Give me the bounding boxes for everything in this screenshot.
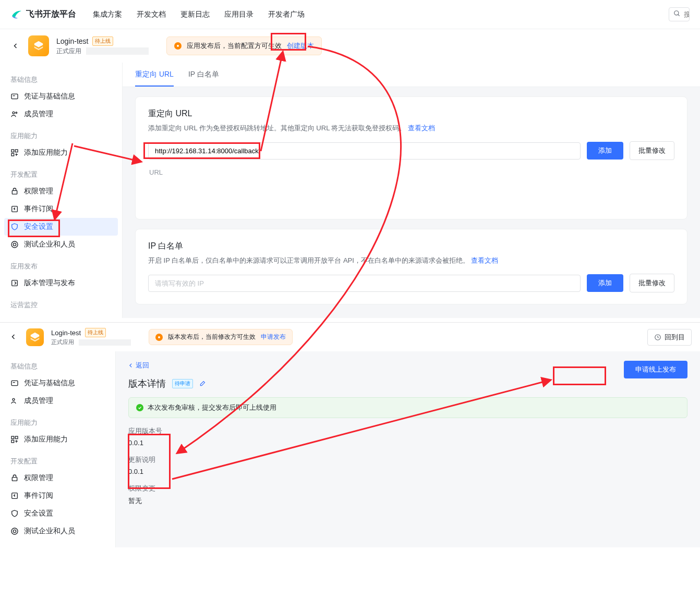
side-group-title: 基础信息 <box>4 72 118 88</box>
sidebar-item-test-tenant[interactable]: 测试企业和人员 <box>4 522 111 540</box>
tab-redirect-url[interactable]: 重定向 URL <box>135 70 174 87</box>
sidebar-item-label: 权限管理 <box>24 473 53 483</box>
review-free-banner: 本次发布免审核，提交发布后即可上线使用 <box>128 397 687 418</box>
sidebar-item-permissions[interactable]: 权限管理 <box>4 182 118 200</box>
sidebar-item-add-capability[interactable]: 添加应用能力 <box>4 431 111 448</box>
svg-point-30 <box>11 528 18 534</box>
app-subtype: 正式应用 <box>51 339 74 345</box>
notice-bar: 应用发布后，当前配置方可生效 创建版本 <box>166 36 322 55</box>
create-version-link[interactable]: 创建版本 <box>287 41 314 51</box>
app-status-badge: 待上线 <box>92 36 113 46</box>
card-desc-text: 开启 IP 白名单后，仅白名单中的来源请求可以正常调用开放平台 API，不在白名… <box>148 256 469 264</box>
nav-link[interactable]: 更新日志 <box>180 10 210 19</box>
sidebar-item-label: 成员管理 <box>24 109 53 119</box>
app-subtype: 正式应用 <box>56 47 81 55</box>
svg-rect-20 <box>11 381 18 385</box>
svg-rect-11 <box>12 191 17 194</box>
app-id-redacted <box>86 47 149 55</box>
add-redirect-button[interactable]: 添加 <box>587 142 623 160</box>
sidebar-item-security[interactable]: 安全设置 <box>4 218 118 236</box>
back-button[interactable] <box>8 332 19 342</box>
sidebar-item-label: 事件订阅 <box>24 491 53 500</box>
svg-rect-2 <box>11 94 18 99</box>
field-value-perm: 暂无 <box>128 496 687 506</box>
sidebar-item-label: 成员管理 <box>24 396 53 406</box>
sidebar-item-permissions[interactable]: 权限管理 <box>4 469 111 487</box>
sidebar-item-label: 安全设置 <box>24 509 53 518</box>
side-group-title: 开发配置 <box>4 167 118 182</box>
warning-icon <box>174 42 182 50</box>
sidebar-item-add-capability[interactable]: 添加应用能力 <box>4 144 118 162</box>
svg-point-13 <box>11 241 18 248</box>
screenshot-1: 飞书开放平台 集成方案 开发文档 更新日志 应用目录 开发者广场 <box>0 0 700 318</box>
sidebar-item-security[interactable]: 安全设置 <box>4 505 111 522</box>
back-link-label: 返回 <box>136 361 149 370</box>
ip-input[interactable] <box>148 275 581 292</box>
sidebar-item-events[interactable]: 事件订阅 <box>4 200 118 218</box>
app-icon <box>28 35 49 56</box>
apply-online-publish-button[interactable]: 申请线上发布 <box>624 361 687 378</box>
sidebar-item-test-tenant[interactable]: 测试企业和人员 <box>4 236 118 253</box>
sidebar-item-members[interactable]: 成员管理 <box>4 392 111 410</box>
card-title: IP 白名单 <box>148 241 674 252</box>
search-input[interactable] <box>684 10 690 18</box>
view-docs-link[interactable]: 查看文档 <box>408 124 435 132</box>
side-group-title: 开发配置 <box>4 454 111 469</box>
svg-point-0 <box>674 11 679 15</box>
chevron-left-icon <box>128 363 134 368</box>
notice-text: 应用发布后，当前配置方可生效 <box>187 41 282 51</box>
svg-point-4 <box>13 112 15 114</box>
edit-icon[interactable] <box>199 380 207 388</box>
back-to-versions-button[interactable]: 回到目 <box>647 329 692 346</box>
sidebar: 基础信息 凭证与基础信息 成员管理 应用能力 添加应用能力 开发配置 权限管理 <box>0 63 123 318</box>
sidebar-item-label: 测试企业和人员 <box>24 240 75 249</box>
svg-point-5 <box>16 112 17 114</box>
tab-ip-whitelist[interactable]: IP 白名单 <box>188 70 219 87</box>
app-id-redacted <box>79 339 131 346</box>
side-group-title: 基础信息 <box>4 359 111 374</box>
card-redirect-url: 重定向 URL 添加重定向 URL 作为免登授权码跳转地址。其他重定向 URL … <box>135 96 687 219</box>
svg-rect-23 <box>11 436 14 439</box>
svg-point-22 <box>13 398 15 400</box>
field-value-version: 0.0.1 <box>128 439 687 447</box>
search-box[interactable] <box>669 7 690 21</box>
sidebar-item-label: 版本管理与发布 <box>24 278 75 288</box>
add-ip-button[interactable]: 添加 <box>587 274 623 292</box>
card-ip-whitelist: IP 白名单 开启 IP 白名单后，仅白名单中的来源请求可以正常调用开放平台 A… <box>135 229 687 304</box>
sidebar-item-members[interactable]: 成员管理 <box>4 105 118 123</box>
nav-link[interactable]: 应用目录 <box>224 10 254 19</box>
redirect-url-input[interactable] <box>148 142 581 160</box>
top-nav: 飞书开放平台 集成方案 开发文档 更新日志 应用目录 开发者广场 <box>0 0 700 29</box>
side-group-title: 应用发布 <box>4 259 118 274</box>
brand[interactable]: 飞书开放平台 <box>10 8 76 21</box>
sidebar: 基础信息 凭证与基础信息 成员管理 应用能力 添加应用能力 开发配置 权限管理 <box>0 351 116 547</box>
side-group-title: 应用能力 <box>4 128 118 144</box>
brand-name: 飞书开放平台 <box>26 9 76 20</box>
app-name: Login-test <box>56 37 88 45</box>
sidebar-item-version-release[interactable]: 版本管理与发布 <box>4 274 118 292</box>
apply-publish-link[interactable]: 申请发布 <box>261 333 286 341</box>
sidebar-item-credentials[interactable]: 凭证与基础信息 <box>4 88 118 105</box>
nav-link[interactable]: 开发者广场 <box>268 10 305 19</box>
notice-text: 版本发布后，当前修改方可生效 <box>168 333 256 341</box>
batch-edit-button[interactable]: 批量修改 <box>630 141 674 160</box>
nav-link[interactable]: 开发文档 <box>137 10 166 19</box>
nav-link[interactable]: 集成方案 <box>93 10 122 19</box>
back-link[interactable]: 返回 <box>128 361 149 370</box>
sidebar-item-label: 事件订阅 <box>24 204 53 214</box>
tabs: 重定向 URL IP 白名单 <box>123 63 700 87</box>
side-group-title: 应用能力 <box>4 415 111 431</box>
main-content-2: 返回 版本详情 待申请 申请线上发布 <box>116 351 700 547</box>
sidebar-item-events[interactable]: 事件订阅 <box>4 487 111 505</box>
svg-rect-28 <box>12 478 17 481</box>
view-docs-link[interactable]: 查看文档 <box>471 256 498 264</box>
sidebar-item-credentials[interactable]: 凭证与基础信息 <box>4 374 111 392</box>
field-label-perm: 权限变更 <box>128 484 687 493</box>
batch-edit-ip-button[interactable]: 批量修改 <box>630 274 674 292</box>
field-label-changelog: 更新说明 <box>128 455 687 464</box>
sidebar-item-label: 权限管理 <box>24 187 53 196</box>
side-group-title: 运营监控 <box>4 297 118 313</box>
svg-rect-25 <box>11 440 14 443</box>
check-icon <box>136 404 143 411</box>
back-button[interactable] <box>10 41 21 52</box>
